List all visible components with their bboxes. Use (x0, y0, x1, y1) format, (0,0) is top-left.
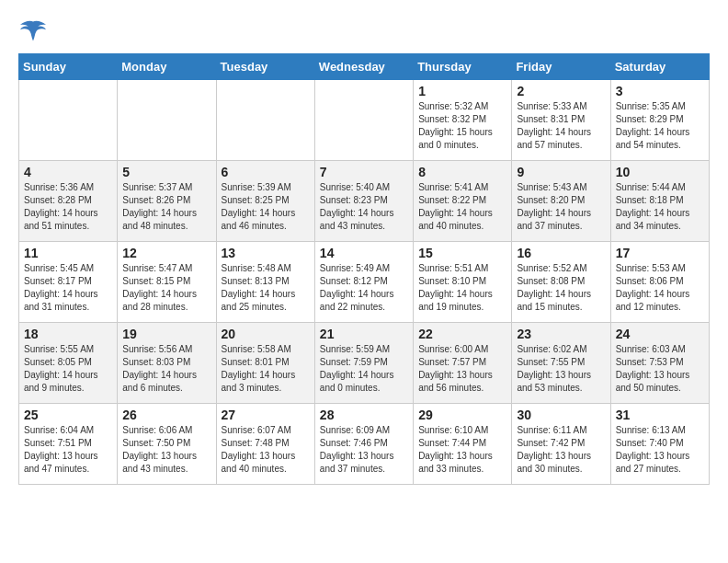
date-number: 12 (122, 246, 210, 260)
cell-info: Sunrise: 5:39 AM Sunset: 8:25 PM Dayligh… (222, 181, 310, 233)
calendar-cell: 27Sunrise: 6:07 AM Sunset: 7:48 PM Dayli… (216, 404, 314, 485)
calendar-cell: 23Sunrise: 6:02 AM Sunset: 7:55 PM Dayli… (512, 323, 610, 404)
cell-info: Sunrise: 5:41 AM Sunset: 8:22 PM Dayligh… (418, 181, 506, 233)
cell-info: Sunrise: 6:02 AM Sunset: 7:55 PM Dayligh… (517, 343, 605, 395)
cell-info: Sunrise: 5:56 AM Sunset: 8:03 PM Dayligh… (122, 343, 210, 395)
cell-info: Sunrise: 6:00 AM Sunset: 7:57 PM Dayligh… (418, 343, 506, 395)
cell-info: Sunrise: 5:43 AM Sunset: 8:20 PM Dayligh… (517, 181, 605, 233)
cell-info: Sunrise: 5:45 AM Sunset: 8:17 PM Dayligh… (24, 262, 112, 314)
cell-info: Sunrise: 6:10 AM Sunset: 7:44 PM Dayligh… (418, 424, 506, 476)
calendar-cell: 25Sunrise: 6:04 AM Sunset: 7:51 PM Dayli… (19, 404, 118, 485)
calendar-week-3: 11Sunrise: 5:45 AM Sunset: 8:17 PM Dayli… (19, 242, 710, 323)
calendar-cell: 29Sunrise: 6:10 AM Sunset: 7:44 PM Dayli… (414, 404, 512, 485)
calendar-cell: 26Sunrise: 6:06 AM Sunset: 7:50 PM Dayli… (118, 404, 216, 485)
calendar-cell (314, 80, 413, 161)
logo-bird-icon (18, 18, 48, 44)
date-number: 9 (517, 165, 605, 179)
weekday-header-monday: Monday (118, 54, 216, 80)
page-header (18, 18, 710, 44)
date-number: 13 (222, 246, 310, 260)
calendar-cell: 13Sunrise: 5:48 AM Sunset: 8:13 PM Dayli… (216, 242, 314, 323)
date-number: 5 (122, 165, 210, 179)
weekday-header-thursday: Thursday (414, 54, 512, 80)
calendar-cell: 17Sunrise: 5:53 AM Sunset: 8:06 PM Dayli… (610, 242, 709, 323)
date-number: 7 (320, 165, 408, 179)
date-number: 26 (122, 408, 210, 422)
cell-info: Sunrise: 5:55 AM Sunset: 8:05 PM Dayligh… (24, 343, 112, 395)
calendar-cell: 30Sunrise: 6:11 AM Sunset: 7:42 PM Dayli… (512, 404, 610, 485)
date-number: 11 (24, 246, 112, 260)
cell-info: Sunrise: 6:13 AM Sunset: 7:40 PM Dayligh… (616, 424, 704, 476)
calendar-cell: 5Sunrise: 5:37 AM Sunset: 8:26 PM Daylig… (118, 161, 216, 242)
date-number: 6 (222, 165, 310, 179)
calendar-cell: 11Sunrise: 5:45 AM Sunset: 8:17 PM Dayli… (19, 242, 118, 323)
calendar-week-2: 4Sunrise: 5:36 AM Sunset: 8:28 PM Daylig… (19, 161, 710, 242)
cell-info: Sunrise: 6:11 AM Sunset: 7:42 PM Dayligh… (517, 424, 605, 476)
date-number: 29 (418, 408, 506, 422)
cell-info: Sunrise: 6:07 AM Sunset: 7:48 PM Dayligh… (222, 424, 310, 476)
calendar-cell (19, 80, 118, 161)
calendar-cell: 24Sunrise: 6:03 AM Sunset: 7:53 PM Dayli… (610, 323, 709, 404)
calendar-cell: 12Sunrise: 5:47 AM Sunset: 8:15 PM Dayli… (118, 242, 216, 323)
weekday-header-friday: Friday (512, 54, 610, 80)
cell-info: Sunrise: 6:09 AM Sunset: 7:46 PM Dayligh… (320, 424, 408, 476)
cell-info: Sunrise: 5:35 AM Sunset: 8:29 PM Dayligh… (616, 100, 704, 152)
cell-info: Sunrise: 5:37 AM Sunset: 8:26 PM Dayligh… (122, 181, 210, 233)
date-number: 18 (24, 327, 112, 341)
cell-info: Sunrise: 5:47 AM Sunset: 8:15 PM Dayligh… (122, 262, 210, 314)
calendar-cell: 15Sunrise: 5:51 AM Sunset: 8:10 PM Dayli… (414, 242, 512, 323)
cell-info: Sunrise: 5:49 AM Sunset: 8:12 PM Dayligh… (320, 262, 408, 314)
cell-info: Sunrise: 5:53 AM Sunset: 8:06 PM Dayligh… (616, 262, 704, 314)
weekday-header-sunday: Sunday (19, 54, 118, 80)
calendar-cell: 22Sunrise: 6:00 AM Sunset: 7:57 PM Dayli… (414, 323, 512, 404)
calendar-week-1: 1Sunrise: 5:32 AM Sunset: 8:32 PM Daylig… (19, 80, 710, 161)
date-number: 16 (517, 246, 605, 260)
calendar-cell: 21Sunrise: 5:59 AM Sunset: 7:59 PM Dayli… (314, 323, 413, 404)
date-number: 20 (222, 327, 310, 341)
calendar-cell: 6Sunrise: 5:39 AM Sunset: 8:25 PM Daylig… (216, 161, 314, 242)
date-number: 17 (616, 246, 704, 260)
cell-info: Sunrise: 5:48 AM Sunset: 8:13 PM Dayligh… (222, 262, 310, 314)
calendar-week-4: 18Sunrise: 5:55 AM Sunset: 8:05 PM Dayli… (19, 323, 710, 404)
calendar-cell: 19Sunrise: 5:56 AM Sunset: 8:03 PM Dayli… (118, 323, 216, 404)
date-number: 23 (517, 327, 605, 341)
cell-info: Sunrise: 5:40 AM Sunset: 8:23 PM Dayligh… (320, 181, 408, 233)
date-number: 25 (24, 408, 112, 422)
date-number: 28 (320, 408, 408, 422)
weekday-header-wednesday: Wednesday (314, 54, 413, 80)
cell-info: Sunrise: 6:04 AM Sunset: 7:51 PM Dayligh… (24, 424, 112, 476)
calendar-cell: 7Sunrise: 5:40 AM Sunset: 8:23 PM Daylig… (314, 161, 413, 242)
date-number: 15 (418, 246, 506, 260)
cell-info: Sunrise: 5:52 AM Sunset: 8:08 PM Dayligh… (517, 262, 605, 314)
calendar-cell: 14Sunrise: 5:49 AM Sunset: 8:12 PM Dayli… (314, 242, 413, 323)
date-number: 3 (616, 84, 704, 98)
date-number: 22 (418, 327, 506, 341)
date-number: 30 (517, 408, 605, 422)
cell-info: Sunrise: 5:59 AM Sunset: 7:59 PM Dayligh… (320, 343, 408, 395)
calendar-cell: 3Sunrise: 5:35 AM Sunset: 8:29 PM Daylig… (610, 80, 709, 161)
logo (18, 18, 51, 44)
calendar-cell: 9Sunrise: 5:43 AM Sunset: 8:20 PM Daylig… (512, 161, 610, 242)
cell-info: Sunrise: 5:32 AM Sunset: 8:32 PM Dayligh… (418, 100, 506, 152)
calendar-cell: 20Sunrise: 5:58 AM Sunset: 8:01 PM Dayli… (216, 323, 314, 404)
date-number: 2 (517, 84, 605, 98)
date-number: 19 (122, 327, 210, 341)
calendar-cell: 31Sunrise: 6:13 AM Sunset: 7:40 PM Dayli… (610, 404, 709, 485)
calendar-cell: 28Sunrise: 6:09 AM Sunset: 7:46 PM Dayli… (314, 404, 413, 485)
date-number: 8 (418, 165, 506, 179)
weekday-header-tuesday: Tuesday (216, 54, 314, 80)
cell-info: Sunrise: 5:51 AM Sunset: 8:10 PM Dayligh… (418, 262, 506, 314)
cell-info: Sunrise: 5:33 AM Sunset: 8:31 PM Dayligh… (517, 100, 605, 152)
calendar-table: SundayMondayTuesdayWednesdayThursdayFrid… (18, 53, 710, 485)
calendar-cell (216, 80, 314, 161)
calendar-cell: 18Sunrise: 5:55 AM Sunset: 8:05 PM Dayli… (19, 323, 118, 404)
calendar-cell: 16Sunrise: 5:52 AM Sunset: 8:08 PM Dayli… (512, 242, 610, 323)
calendar-cell: 2Sunrise: 5:33 AM Sunset: 8:31 PM Daylig… (512, 80, 610, 161)
date-number: 10 (616, 165, 704, 179)
cell-info: Sunrise: 6:03 AM Sunset: 7:53 PM Dayligh… (616, 343, 704, 395)
date-number: 21 (320, 327, 408, 341)
date-number: 27 (222, 408, 310, 422)
calendar-cell: 10Sunrise: 5:44 AM Sunset: 8:18 PM Dayli… (610, 161, 709, 242)
date-number: 24 (616, 327, 704, 341)
calendar-cell (118, 80, 216, 161)
